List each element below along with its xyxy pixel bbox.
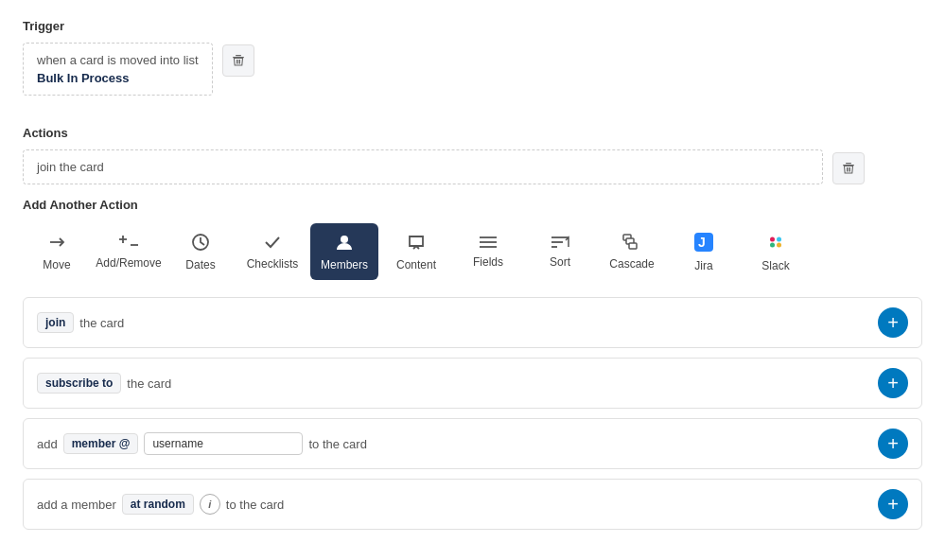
option-text-add-random: add a member bbox=[37, 498, 116, 512]
add-remove-icon bbox=[118, 235, 139, 250]
option-text-join: the card bbox=[79, 316, 124, 330]
dates-tab-label: Dates bbox=[185, 258, 215, 271]
svg-point-29 bbox=[777, 236, 781, 241]
option-tag-subscribe: subscribe to bbox=[37, 373, 121, 394]
member-options: jointhe card+subscribe tothe card+addmem… bbox=[23, 297, 922, 530]
option-text-add-member: to the card bbox=[308, 437, 366, 451]
trigger-value: Bulk In Process bbox=[37, 71, 199, 85]
info-icon-add-random: i bbox=[200, 494, 220, 515]
fields-icon bbox=[479, 236, 498, 249]
add-button-add-member[interactable]: + bbox=[878, 429, 908, 459]
svg-rect-1 bbox=[236, 55, 241, 56]
option-tag-join: join bbox=[37, 312, 74, 333]
cascade-icon bbox=[622, 234, 641, 251]
tab-checklists[interactable]: Checklists bbox=[238, 223, 306, 280]
option-row-add-random: add a memberat randomito the card+ bbox=[23, 479, 922, 530]
cascade-tab-icon bbox=[622, 234, 641, 254]
slack-tab-icon bbox=[765, 232, 786, 255]
trigger-box: when a card is moved into list Bulk In P… bbox=[23, 43, 213, 96]
option-row-subscribe: subscribe tothe card+ bbox=[23, 358, 922, 409]
svg-rect-6 bbox=[846, 163, 851, 164]
option-tag-add-random: at random bbox=[122, 494, 194, 515]
members-icon bbox=[335, 233, 354, 252]
jira-tab-icon: J bbox=[693, 232, 714, 255]
move-tab-icon bbox=[47, 233, 66, 254]
trigger-section: Trigger when a card is moved into list B… bbox=[23, 19, 922, 111]
members-tab-label: Members bbox=[321, 258, 368, 271]
trigger-label: when a card is moved into list bbox=[37, 53, 199, 67]
members-tab-icon bbox=[335, 233, 354, 254]
action-box: join the card bbox=[23, 149, 823, 184]
tab-content[interactable]: Content bbox=[382, 223, 450, 280]
option-tag-add-member: member @ bbox=[63, 433, 139, 454]
add-remove-tab-label: Add/Remove bbox=[96, 256, 161, 270]
dates-tab-icon bbox=[191, 233, 210, 254]
svg-point-30 bbox=[770, 242, 775, 247]
tab-cascade[interactable]: Cascade bbox=[598, 223, 666, 280]
tab-fields[interactable]: Fields bbox=[454, 223, 522, 280]
sort-tab-icon bbox=[551, 235, 569, 252]
option-text-subscribe: the card bbox=[127, 376, 171, 391]
actions-section: Actions join the card bbox=[23, 126, 922, 184]
trash-icon bbox=[232, 54, 245, 67]
action-tabs: MoveAdd/RemoveDatesChecklistsMembersCont… bbox=[23, 223, 922, 280]
jira-icon: J bbox=[693, 232, 714, 253]
content-tab-icon bbox=[407, 233, 426, 254]
add-another-title: Add Another Action bbox=[23, 198, 922, 212]
sort-icon bbox=[551, 236, 569, 249]
svg-rect-27 bbox=[766, 233, 785, 252]
move-icon bbox=[47, 233, 66, 252]
move-tab-label: Move bbox=[43, 258, 70, 271]
checklists-tab-icon bbox=[264, 234, 281, 254]
dates-icon bbox=[191, 233, 210, 252]
add-remove-tab-icon bbox=[118, 235, 139, 253]
tab-dates[interactable]: Dates bbox=[166, 223, 235, 280]
option-text-add-random: to the card bbox=[226, 498, 284, 512]
content-tab-label: Content bbox=[396, 258, 436, 271]
trigger-delete-button[interactable] bbox=[222, 44, 254, 77]
option-input-add-member[interactable] bbox=[144, 432, 303, 455]
tab-sort[interactable]: Sort bbox=[526, 223, 594, 280]
slack-tab-label: Slack bbox=[761, 259, 789, 272]
add-button-add-random[interactable]: + bbox=[878, 489, 908, 519]
fields-tab-icon bbox=[479, 235, 498, 252]
fields-tab-label: Fields bbox=[473, 255, 503, 269]
action-label: join the card bbox=[37, 160, 104, 174]
option-text-add-member: add bbox=[37, 437, 58, 451]
option-row-add-member: addmember @to the card+ bbox=[23, 418, 922, 469]
checklists-icon bbox=[264, 234, 281, 251]
option-row-join: jointhe card+ bbox=[23, 297, 922, 348]
sort-tab-label: Sort bbox=[550, 255, 570, 269]
tab-jira[interactable]: JJira bbox=[670, 223, 738, 280]
svg-point-31 bbox=[777, 242, 781, 247]
action-delete-button[interactable] bbox=[832, 152, 865, 184]
tab-add-remove[interactable]: Add/Remove bbox=[95, 223, 163, 280]
add-button-subscribe[interactable]: + bbox=[878, 368, 908, 398]
content-icon bbox=[407, 233, 426, 252]
cascade-tab-label: Cascade bbox=[609, 257, 654, 271]
tab-move[interactable]: Move bbox=[23, 223, 91, 280]
tab-members[interactable]: Members bbox=[310, 223, 378, 280]
trigger-title: Trigger bbox=[23, 19, 922, 33]
svg-rect-24 bbox=[629, 243, 637, 249]
slack-icon bbox=[765, 232, 786, 253]
svg-point-28 bbox=[770, 236, 775, 241]
add-another-section: Add Another Action MoveAdd/RemoveDatesCh… bbox=[23, 198, 922, 280]
tab-slack[interactable]: Slack bbox=[742, 223, 810, 280]
add-button-join[interactable]: + bbox=[878, 307, 908, 338]
svg-text:J: J bbox=[698, 235, 706, 250]
jira-tab-label: Jira bbox=[694, 259, 712, 272]
checklists-tab-label: Checklists bbox=[247, 257, 299, 271]
trash-icon-2 bbox=[842, 162, 855, 175]
actions-title: Actions bbox=[23, 126, 922, 140]
svg-point-15 bbox=[341, 236, 348, 243]
